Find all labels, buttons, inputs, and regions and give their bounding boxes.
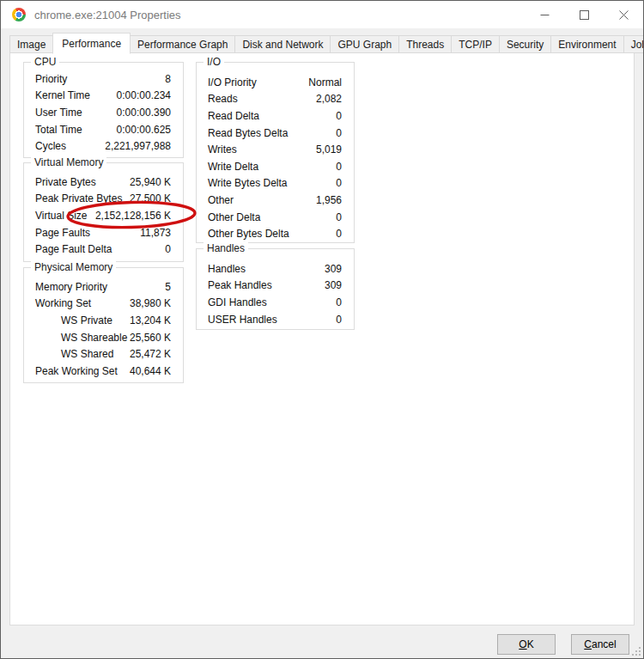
- stat-value: 309: [325, 279, 342, 291]
- stat-value: 38,980 K: [130, 297, 171, 309]
- stat-row: User Time 0:00:00.390: [24, 104, 183, 121]
- stat-label: WS Private: [35, 314, 112, 326]
- stat-value: 0: [336, 296, 342, 308]
- group-virtual-memory-title: Virtual Memory: [31, 156, 106, 169]
- maximize-button[interactable]: [564, 1, 604, 28]
- stat-value: 0: [336, 228, 342, 240]
- stat-row: Page Faults 11,873: [24, 224, 183, 241]
- stat-row: Writes 5,019: [197, 141, 354, 158]
- stat-label: Private Bytes: [35, 176, 96, 188]
- stat-label: Virtual Size: [35, 210, 87, 222]
- stat-row: WS Shared 25,472 K: [24, 345, 183, 363]
- stat-label: Peak Private Bytes: [35, 192, 122, 204]
- group-handles-title: Handles: [204, 242, 248, 255]
- group-cpu-title: CPU: [31, 56, 59, 69]
- tab[interactable]: Performance Graph: [130, 35, 235, 53]
- group-handles: Handles Handles 309 Peak Handles 309 GDI…: [196, 248, 355, 330]
- stat-value: 2,082: [316, 93, 342, 105]
- stat-value: 2,221,997,988: [105, 140, 171, 152]
- stat-value: 1,956: [316, 194, 342, 206]
- tab[interactable]: Job: [623, 35, 644, 53]
- stat-row: Read Bytes Delta 0: [197, 125, 354, 142]
- stat-label: Page Faults: [35, 227, 90, 239]
- stat-value: 0: [165, 243, 171, 255]
- cancel-button[interactable]: Cancel: [571, 634, 629, 655]
- group-physical-memory: Physical Memory Memory Priority 5 Workin…: [23, 267, 184, 383]
- stat-row: Write Bytes Delta 0: [197, 175, 354, 192]
- tab-label: Image: [17, 39, 46, 51]
- stat-label: Peak Handles: [208, 279, 272, 291]
- process-properties-dialog: chrome.exe:21004 Properties: [0, 0, 644, 659]
- stat-row: Peak Private Bytes 27,500 K: [24, 191, 183, 208]
- group-physical-memory-rows: Memory Priority 5 Working Set 38,980 K W…: [24, 268, 183, 380]
- stat-label: Write Delta: [208, 161, 258, 173]
- stat-value: 27,500 K: [130, 192, 171, 204]
- minimize-button[interactable]: [525, 1, 564, 28]
- stat-label: Memory Priority: [35, 281, 107, 293]
- stat-label: Total Time: [35, 124, 82, 136]
- group-virtual-memory: Virtual Memory Private Bytes 25,940 K Pe…: [23, 162, 184, 262]
- stat-row: Read Delta 0: [197, 107, 354, 125]
- stat-value: 0:00:00.390: [117, 107, 171, 119]
- cancel-label-rest: ancel: [592, 638, 617, 650]
- stat-value: 5: [165, 281, 171, 293]
- tab-label: TCP/IP: [459, 39, 492, 51]
- stat-row: Handles 309: [197, 260, 354, 278]
- stat-value: 0: [336, 211, 342, 223]
- stat-value: Normal: [308, 76, 342, 88]
- stat-value: 0: [336, 127, 342, 139]
- resize-grip[interactable]: [630, 645, 641, 656]
- stat-row: Write Delta 0: [197, 158, 354, 175]
- stat-label: Reads: [208, 93, 238, 105]
- group-virtual-memory-rows: Private Bytes 25,940 K Peak Private Byte…: [24, 163, 183, 258]
- tab[interactable]: Threads: [398, 35, 452, 53]
- stat-value: 25,472 K: [130, 348, 171, 360]
- tab-label: Disk and Network: [242, 39, 323, 51]
- tab-label: Job: [631, 39, 644, 51]
- stat-row: I/O Priority Normal: [197, 74, 354, 91]
- stat-value: 2,152,128,156 K: [95, 210, 171, 222]
- stat-label: I/O Priority: [208, 76, 257, 88]
- group-cpu-rows: Priority 8 Kernel Time 0:00:00.234 User …: [24, 63, 183, 155]
- stat-value: 0: [336, 161, 342, 173]
- tab[interactable]: Disk and Network: [234, 35, 331, 53]
- stat-label: Kernel Time: [35, 89, 90, 101]
- stat-value: 40,644 K: [130, 365, 171, 377]
- stat-row: Peak Working Set 40,644 K: [24, 363, 183, 380]
- stat-label: Priority: [35, 73, 67, 85]
- stat-label: Read Delta: [208, 110, 259, 122]
- stat-label: Peak Working Set: [35, 365, 118, 377]
- tab[interactable]: Environment: [550, 35, 623, 53]
- stat-value: 0:00:00.625: [117, 124, 171, 136]
- group-cpu: CPU Priority 8 Kernel Time 0:00:00.234 U…: [23, 62, 184, 158]
- window-controls: [525, 1, 643, 28]
- tab[interactable]: GPU Graph: [330, 35, 399, 53]
- titlebar[interactable]: chrome.exe:21004 Properties: [1, 1, 643, 28]
- tab[interactable]: Image: [9, 35, 53, 53]
- stat-label: Cycles: [35, 140, 66, 152]
- stat-label: USER Handles: [208, 314, 277, 326]
- stat-value: 13,204 K: [130, 314, 171, 326]
- stat-label: Other Delta: [208, 211, 260, 223]
- close-icon: [619, 10, 629, 20]
- stat-row: WS Private 13,204 K: [24, 312, 183, 329]
- window-title: chrome.exe:21004 Properties: [34, 9, 525, 21]
- tab-bar: Image Performance Performance Graph Disk…: [9, 32, 644, 53]
- stat-row: Priority 8: [24, 70, 183, 88]
- tab[interactable]: TCP/IP: [451, 35, 500, 53]
- stat-row: USER Handles 0: [197, 311, 354, 328]
- stat-row: Kernel Time 0:00:00.234: [24, 88, 183, 105]
- group-io-rows: I/O Priority Normal Reads 2,082 Read Del…: [197, 63, 354, 242]
- stat-row: Memory Priority 5: [24, 278, 183, 296]
- stat-row: Virtual Size 2,152,128,156 K: [24, 207, 183, 224]
- stat-label: Page Fault Delta: [35, 243, 112, 255]
- ok-label-accel: O: [519, 638, 526, 650]
- stat-label: GDI Handles: [208, 296, 267, 308]
- tab[interactable]: Performance: [52, 33, 131, 54]
- tab[interactable]: Security: [499, 35, 551, 53]
- cancel-label-accel: C: [584, 638, 592, 650]
- stat-row: Reads 2,082: [197, 91, 354, 108]
- stat-row: Private Bytes 25,940 K: [24, 174, 183, 191]
- ok-button[interactable]: OK: [497, 634, 556, 655]
- close-button[interactable]: [604, 1, 643, 28]
